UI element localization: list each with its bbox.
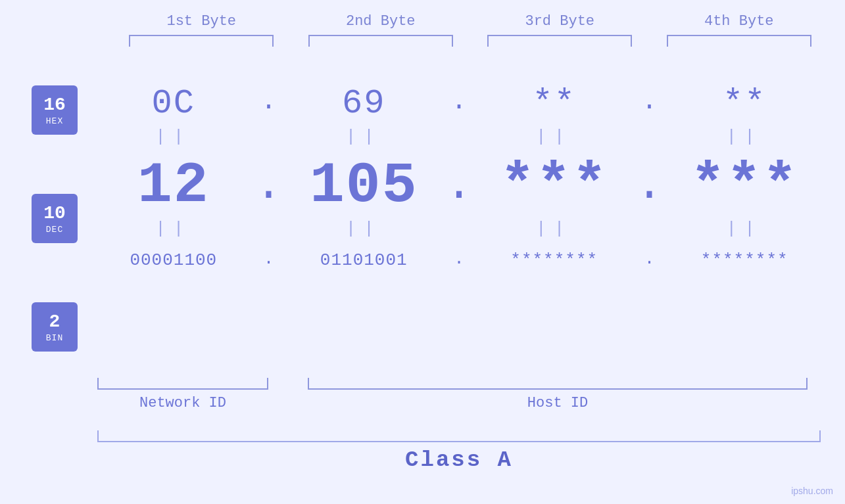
top-bracket-4 xyxy=(667,35,811,47)
eq-spacer-6 xyxy=(631,215,669,242)
hex-val-4: ** xyxy=(668,84,821,123)
hex-val-1: 0C xyxy=(97,84,250,123)
class-section: Class A xyxy=(97,430,821,472)
eq-spacer-3 xyxy=(631,123,669,150)
hex-dot-3: . xyxy=(631,87,669,120)
bin-row: 00001100 . 01101001 . ******** . *******… xyxy=(97,249,821,271)
network-id-label: Network ID xyxy=(97,395,268,411)
col-header-3: 3rd Byte xyxy=(481,13,639,30)
class-bracket xyxy=(97,430,821,442)
dec-val-1: 12 xyxy=(97,157,250,215)
top-brackets-row xyxy=(112,35,829,47)
watermark: ipshu.com xyxy=(791,486,833,496)
column-headers-row: 1st Byte 2nd Byte 3rd Byte 4th Byte xyxy=(112,13,829,30)
badges-column: 16 HEX 10 DEC 2 BIN xyxy=(32,85,78,352)
col-header-4: 4th Byte xyxy=(660,13,818,30)
badge-hex: 16 HEX xyxy=(32,85,78,135)
col-header-1: 1st Byte xyxy=(122,13,280,30)
id-labels-row: Network ID Host ID xyxy=(97,395,821,411)
top-bracket-2 xyxy=(308,35,453,47)
class-label: Class A xyxy=(97,447,821,472)
bottom-section: Network ID Host ID xyxy=(97,378,821,411)
dec-val-4: *** xyxy=(668,157,821,215)
equals-4: || xyxy=(668,123,821,150)
bin-val-3: ******** xyxy=(478,250,631,270)
hex-row: 0C . 69 . ** . ** xyxy=(97,84,821,123)
hex-dot-2: . xyxy=(440,87,478,120)
bracket-host xyxy=(308,378,808,390)
equals-6: || xyxy=(287,215,440,242)
equals-8: || xyxy=(668,215,821,242)
equals-1: || xyxy=(97,123,250,150)
equals-2: || xyxy=(287,123,440,150)
bin-dot-3: . xyxy=(631,249,669,271)
hex-val-3: ** xyxy=(478,84,631,123)
host-id-label: Host ID xyxy=(308,395,808,411)
hex-dot-1: . xyxy=(250,87,288,120)
bin-val-1: 00001100 xyxy=(97,250,250,270)
dec-row: 12 . 105 . *** . *** xyxy=(97,157,821,215)
eq-spacer-5 xyxy=(440,215,478,242)
eq-spacer-1 xyxy=(250,123,288,150)
badge-bin: 2 BIN xyxy=(32,302,78,352)
dec-dot-2: . xyxy=(440,163,478,209)
dec-val-2: 105 xyxy=(287,157,440,215)
dec-dot-3: . xyxy=(631,163,669,209)
eq-spacer-2 xyxy=(440,123,478,150)
equals-row-1: || || || || xyxy=(97,123,821,150)
bin-dot-2: . xyxy=(440,249,478,271)
dec-val-3: *** xyxy=(478,157,631,215)
top-bracket-3 xyxy=(487,35,632,47)
hex-val-2: 69 xyxy=(287,84,440,123)
dec-dot-1: . xyxy=(250,163,288,209)
main-container: 1st Byte 2nd Byte 3rd Byte 4th Byte 16 H… xyxy=(0,0,845,504)
bottom-brackets-row xyxy=(97,378,821,390)
equals-3: || xyxy=(478,123,631,150)
main-data-area: 0C . 69 . ** . ** || || || || 12 . 105 .… xyxy=(97,72,821,271)
top-bracket-1 xyxy=(129,35,274,47)
bracket-network xyxy=(97,378,268,390)
equals-7: || xyxy=(478,215,631,242)
bin-val-2: 01101001 xyxy=(287,250,440,270)
badge-dec: 10 DEC xyxy=(32,194,78,243)
eq-spacer-4 xyxy=(250,215,288,242)
equals-5: || xyxy=(97,215,250,242)
label-gap xyxy=(268,395,308,411)
bin-val-4: ******** xyxy=(668,250,821,270)
bin-dot-1: . xyxy=(250,249,288,271)
col-header-2: 2nd Byte xyxy=(302,13,460,30)
equals-row-2: || || || || xyxy=(97,215,821,242)
